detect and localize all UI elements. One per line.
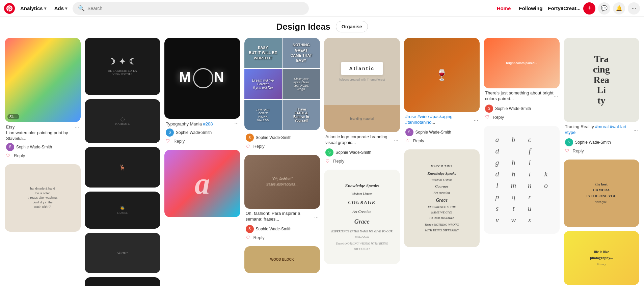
- heart-icon[interactable]: ♡: [246, 144, 250, 149]
- reply-button[interactable]: Reply: [491, 114, 505, 120]
- pin-column-6: 🍷 #rose #wine #packaging #taninotanino..…: [402, 38, 482, 286]
- pin-card[interactable]: ☽ ✦ ☾ DE LA MUERTE A LA VIDA PISTOLS: [85, 38, 161, 95]
- pin-image: I haveFAITH &Believe inYourself: [283, 100, 320, 130]
- heart-icon[interactable]: ♡: [6, 153, 10, 158]
- more-icon[interactable]: ···: [314, 214, 319, 220]
- pin-card[interactable]: WOOD BLOCK: [244, 246, 320, 273]
- pin-card[interactable]: handmade & handtoo is notedthreads after…: [5, 164, 81, 232]
- pin-card[interactable]: ◯NAHUATL: [85, 99, 161, 143]
- pin-user: S Sophie Wade-Smith: [6, 143, 79, 151]
- more-icon[interactable]: ···: [234, 121, 239, 127]
- pin-card[interactable]: EASYbut it will beWORTH IT Dream will li…: [244, 38, 320, 151]
- avatar: S: [6, 143, 14, 151]
- pin-grid: Sla... Etsy ··· Lion watercolor painting…: [0, 38, 644, 286]
- analytics-label: Analytics: [20, 5, 43, 11]
- username-display[interactable]: Forty8Creat...: [548, 5, 581, 11]
- heart-icon[interactable]: ♡: [325, 158, 330, 164]
- pin-actions: ♡ Reply: [246, 143, 319, 149]
- pin-image: DREAMSDON'TWORKUNLESS: [244, 100, 282, 130]
- heart-icon[interactable]: ♡: [166, 138, 170, 144]
- pin-card[interactable]: MN Typography Mania #208 ··· S Sophie Wa…: [164, 38, 240, 146]
- message-button[interactable]: 💬: [598, 2, 610, 15]
- pin-column-8: TracingReaLity Tracing Reality #mural #w…: [562, 38, 642, 286]
- pin-image: share: [85, 233, 161, 273]
- pin-image: Dream will liveForeverif you will Die: [244, 69, 282, 99]
- pin-user: S Sophie Wade-Smith: [485, 105, 558, 113]
- pin-image: Match this Knowledge Speaks Wisdom Liste…: [404, 149, 480, 247]
- search-bar[interactable]: 🔍: [73, 2, 309, 15]
- username: Sophie Wade-Smith: [16, 145, 52, 149]
- pin-card[interactable]: ◠TERRAFLAMMA: [85, 277, 161, 286]
- pin-card[interactable]: 🍷 #rose #wine #packaging #taninotanino..…: [404, 38, 480, 145]
- avatar: S: [405, 128, 413, 136]
- more-icon[interactable]: ···: [554, 94, 558, 100]
- heart-icon[interactable]: ♡: [565, 148, 569, 153]
- home-nav-link[interactable]: Home: [494, 3, 514, 13]
- pin-image: Knowledge Speaks Wisdom Listens COURAGE …: [324, 170, 400, 264]
- reply-button[interactable]: Reply: [252, 234, 266, 241]
- add-button[interactable]: +: [583, 2, 595, 15]
- pin-card[interactable]: 🦌: [85, 147, 161, 188]
- more-icon[interactable]: ···: [474, 117, 478, 123]
- pin-card[interactable]: bright colors paired... There's just som…: [484, 38, 560, 122]
- ads-chevron: ▾: [65, 6, 67, 11]
- pin-card[interactable]: Sla... Etsy ··· Lion watercolor painting…: [5, 38, 81, 160]
- pin-column-2: ☽ ✦ ☾ DE LA MUERTE A LA VIDA PISTOLS ◯NA…: [83, 38, 163, 286]
- avatar: S: [325, 148, 333, 156]
- pin-image: a b c d f g h i d h i k l: [484, 126, 560, 234]
- pin-actions: ♡ Reply: [246, 234, 319, 241]
- pin-card[interactable]: a b c d f g h i d h i k l: [484, 126, 560, 234]
- more-icon[interactable]: ···: [634, 127, 638, 134]
- search-input[interactable]: [87, 6, 303, 11]
- pin-card[interactable]: 🐝LAMINE: [85, 192, 161, 229]
- pin-image: a: [164, 150, 240, 217]
- pin-card[interactable]: a: [164, 150, 240, 217]
- reply-button[interactable]: Reply: [12, 152, 26, 159]
- pin-image: NothingGREATcame THATeasy: [283, 38, 320, 68]
- ads-nav[interactable]: Ads ▾: [52, 3, 70, 13]
- reply-button[interactable]: Reply: [412, 138, 426, 144]
- reply-button[interactable]: Reply: [332, 158, 346, 164]
- pin-card[interactable]: Atlantic helpers created with ThemeFores…: [324, 38, 400, 166]
- bell-button[interactable]: 🔔: [613, 2, 625, 15]
- pin-card[interactable]: Knowledge Speaks Wisdom Listens COURAGE …: [324, 170, 400, 264]
- pin-description: Lion watercolor painting print by Slavei…: [6, 130, 79, 142]
- pin-image: MN: [164, 38, 240, 119]
- pin-meta: Etsy ··· Lion watercolor painting print …: [5, 122, 81, 160]
- pin-description: #rose #wine #packaging #taninotanino...: [405, 114, 474, 125]
- pin-image: 🍷: [404, 38, 480, 112]
- more-icon[interactable]: ···: [394, 138, 398, 144]
- pin-card[interactable]: Match this Knowledge Speaks Wisdom Liste…: [404, 149, 480, 247]
- reply-button[interactable]: Reply: [172, 138, 186, 144]
- heart-icon[interactable]: ♡: [405, 138, 410, 143]
- username: Sophie Wade-Smith: [176, 130, 212, 135]
- pinterest-logo[interactable]: [4, 3, 15, 14]
- pin-user: S Sophie Wade-Smith: [565, 138, 638, 146]
- pin-actions: ♡ Reply: [166, 138, 239, 144]
- pin-card[interactable]: the bestCAMERAIS THE ONE YOUwith you: [564, 160, 640, 227]
- analytics-nav[interactable]: Analytics ▾: [18, 3, 49, 13]
- more-button[interactable]: ···: [628, 2, 640, 15]
- search-icon: 🔍: [78, 5, 85, 11]
- pin-actions: ♡ Reply: [485, 114, 558, 120]
- pin-image: WOOD BLOCK: [244, 246, 320, 273]
- reply-button[interactable]: Reply: [571, 148, 585, 154]
- organise-button[interactable]: Organise: [336, 21, 368, 32]
- pin-description: Oh, fashion!: Para inspirar a semana: fr…: [246, 211, 314, 222]
- reply-button[interactable]: Reply: [252, 143, 266, 149]
- following-nav-link[interactable]: Following: [516, 3, 545, 13]
- more-icon[interactable]: ···: [75, 124, 79, 130]
- pin-card[interactable]: life is likephotography... Privacy: [564, 231, 640, 285]
- pin-card[interactable]: share: [85, 233, 161, 273]
- heart-icon[interactable]: ♡: [246, 235, 250, 240]
- heart-icon[interactable]: ♡: [485, 114, 489, 120]
- pin-user: S Sophie Wade-Smith: [405, 128, 479, 136]
- pin-image: the bestCAMERAIS THE ONE YOUwith you: [564, 160, 640, 227]
- pin-card[interactable]: "Oh, fashion!"frases inspiradoras... Oh,…: [244, 155, 320, 242]
- pin-column-3: MN Typography Mania #208 ··· S Sophie Wa…: [162, 38, 242, 286]
- avatar: S: [166, 128, 174, 137]
- pin-image: Close youreyes, cleanyour Heart,let go: [283, 69, 320, 99]
- top-navigation: Analytics ▾ Ads ▾ 🔍 Home Following Forty…: [0, 0, 644, 17]
- pin-card[interactable]: TracingReaLity Tracing Reality #mural #w…: [564, 38, 640, 155]
- username: Sophie Wade-Smith: [256, 135, 292, 140]
